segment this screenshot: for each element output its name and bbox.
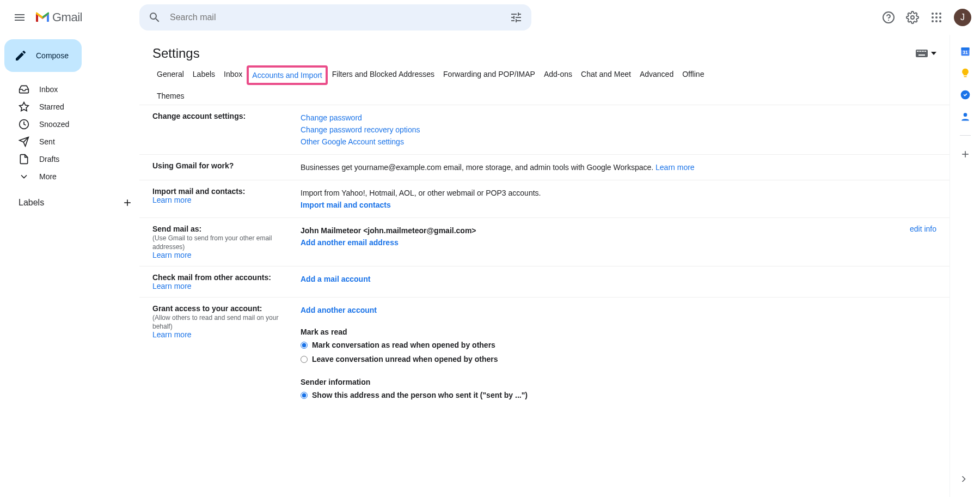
gmail-logo[interactable]: Gmail [35, 10, 82, 25]
radio-row-show-address: Show this address and the person who sen… [301, 388, 936, 402]
account-avatar[interactable]: J [954, 9, 971, 26]
tab-offline[interactable]: Offline [678, 65, 708, 85]
link-add-account[interactable]: Add another account [301, 306, 377, 314]
chevron-down-icon [19, 171, 29, 182]
nav-label: Drafts [39, 155, 59, 163]
radio-label[interactable]: Mark conversation as read when opened by… [312, 339, 495, 351]
nav-drafts[interactable]: Drafts [4, 150, 139, 168]
calendar-icon[interactable]: 31 [960, 46, 971, 57]
work-text: Businesses get yourname@example.com emai… [301, 163, 656, 172]
link-learn-more[interactable]: Learn more [152, 282, 192, 290]
svg-text:31: 31 [963, 50, 968, 55]
svg-point-5 [939, 13, 941, 15]
section-hint: (Allow others to read and send mail on y… [152, 314, 278, 330]
settings-button[interactable] [902, 7, 923, 28]
star-icon [19, 101, 29, 112]
link-other-settings[interactable]: Other Google Account settings [301, 136, 936, 148]
svg-point-10 [935, 20, 938, 22]
apps-button[interactable] [926, 7, 947, 28]
import-text: Import from Yahoo!, Hotmail, AOL, or oth… [301, 189, 541, 197]
body: Compose Inbox Starred Snoozed Sent Draft… [0, 35, 980, 497]
compose-button[interactable]: Compose [4, 39, 82, 72]
radio-leave-unread[interactable] [301, 356, 308, 363]
mark-as-read-heading: Mark as read [301, 326, 936, 338]
radio-label[interactable]: Leave conversation unread when opened by… [312, 353, 498, 365]
radio-show-address[interactable] [301, 392, 308, 399]
link-learn-more[interactable]: Learn more [152, 196, 192, 204]
tab-advanced[interactable]: Advanced [635, 65, 678, 85]
support-button[interactable] [878, 7, 899, 28]
compose-label: Compose [36, 51, 69, 60]
gmail-logo-text: Gmail [52, 10, 82, 25]
search-input[interactable] [166, 13, 505, 22]
tab-inbox[interactable]: Inbox [219, 65, 247, 85]
radio-mark-read[interactable] [301, 342, 308, 349]
section-title: Change account settings: [152, 112, 246, 120]
add-app-icon[interactable] [960, 149, 971, 160]
section-send-as: Send mail as: (Use Gmail to send from yo… [139, 218, 950, 266]
section-label: Import mail and contacts: Learn more [152, 187, 292, 211]
send-as-identity: John Mailmeteor <john.mailmeteor@gmail.c… [301, 226, 476, 235]
svg-point-6 [932, 16, 934, 19]
tab-forwarding[interactable]: Forwarding and POP/IMAP [439, 65, 540, 85]
link-learn-more[interactable]: Learn more [152, 251, 192, 259]
svg-point-9 [932, 20, 934, 22]
chevron-right-icon [958, 474, 969, 484]
dropdown-icon [931, 52, 936, 55]
tasks-icon[interactable] [960, 89, 971, 100]
main-menu-button[interactable] [7, 4, 33, 31]
settings-tabs: General Labels Inbox Accounts and Import… [139, 65, 950, 105]
tab-chat[interactable]: Chat and Meet [577, 65, 635, 85]
add-label-button[interactable] [122, 197, 133, 208]
section-title: Send mail as: [152, 225, 201, 233]
section-content: Add a mail account [301, 273, 936, 290]
settings-title: Settings [152, 46, 200, 61]
section-label: Check mail from other accounts: Learn mo… [152, 273, 292, 290]
search-options-button[interactable] [505, 7, 527, 28]
collapse-panel-button[interactable] [958, 474, 969, 486]
link-edit-info[interactable]: edit info [910, 225, 936, 233]
section-title: Check mail from other accounts: [152, 273, 271, 282]
tab-accounts-and-import[interactable]: Accounts and Import [247, 65, 327, 85]
labels-header: Labels [4, 194, 139, 211]
section-hint: (Use Gmail to send from your other email… [152, 234, 272, 251]
plus-icon [122, 197, 133, 208]
send-icon [19, 136, 29, 147]
section-content: Businesses get yourname@example.com emai… [301, 161, 936, 173]
link-add-email[interactable]: Add another email address [301, 238, 399, 247]
section-label: Send mail as: (Use Gmail to send from yo… [152, 225, 292, 259]
section-content: Change password Change password recovery… [301, 112, 936, 148]
clock-icon [19, 119, 29, 130]
link-learn-more[interactable]: Learn more [656, 163, 695, 172]
header-right: J [878, 7, 976, 28]
section-label: Change account settings: [152, 112, 292, 148]
svg-point-11 [939, 20, 941, 22]
keep-icon[interactable] [960, 68, 971, 78]
radio-label[interactable]: Show this address and the person who sen… [312, 389, 528, 401]
link-add-mail-account[interactable]: Add a mail account [301, 275, 370, 283]
tab-themes[interactable]: Themes [152, 85, 936, 105]
nav-sent[interactable]: Sent [4, 133, 139, 150]
nav-label: More [39, 172, 57, 181]
link-change-password[interactable]: Change password [301, 112, 936, 124]
tab-addons[interactable]: Add-ons [540, 65, 577, 85]
link-recovery-options[interactable]: Change password recovery options [301, 124, 936, 136]
search-button[interactable] [144, 7, 166, 28]
apps-grid-icon [930, 11, 943, 24]
tab-filters[interactable]: Filters and Blocked Addresses [328, 65, 439, 85]
keyboard-icon [916, 50, 928, 57]
tab-general[interactable]: General [152, 65, 188, 85]
nav-inbox[interactable]: Inbox [4, 81, 139, 98]
settings-scroll[interactable]: Settings General Labels Inbox Accounts a… [139, 35, 950, 497]
radio-row-mark-read: Mark conversation as read when opened by… [301, 338, 936, 352]
link-import-mail[interactable]: Import mail and contacts [301, 201, 391, 209]
link-learn-more[interactable]: Learn more [152, 330, 192, 339]
contacts-icon[interactable] [960, 111, 971, 122]
nav-starred[interactable]: Starred [4, 98, 139, 116]
nav-snoozed[interactable]: Snoozed [4, 116, 139, 133]
nav-more[interactable]: More [4, 168, 139, 185]
svg-point-8 [939, 16, 941, 19]
tab-labels[interactable]: Labels [188, 65, 219, 85]
section-title: Grant access to your account: [152, 304, 262, 313]
input-tools-button[interactable] [916, 50, 936, 57]
